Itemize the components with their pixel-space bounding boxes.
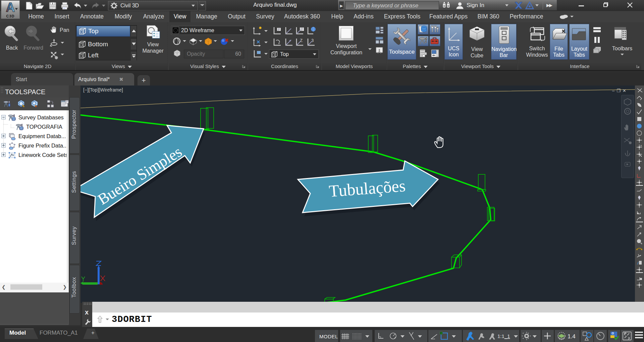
svg-text:3: 3 (311, 38, 314, 43)
svg-text:1:1_1: 1:1_1 (497, 333, 510, 339)
svg-text:A: A (640, 145, 642, 147)
svg-text:Z: Z (300, 38, 303, 43)
svg-text:x: x (85, 308, 89, 316)
svg-text:A: A (6, 1, 15, 13)
svg-text:1.4: 1.4 (568, 333, 576, 340)
svg-text:MODEL: MODEL (319, 334, 338, 339)
